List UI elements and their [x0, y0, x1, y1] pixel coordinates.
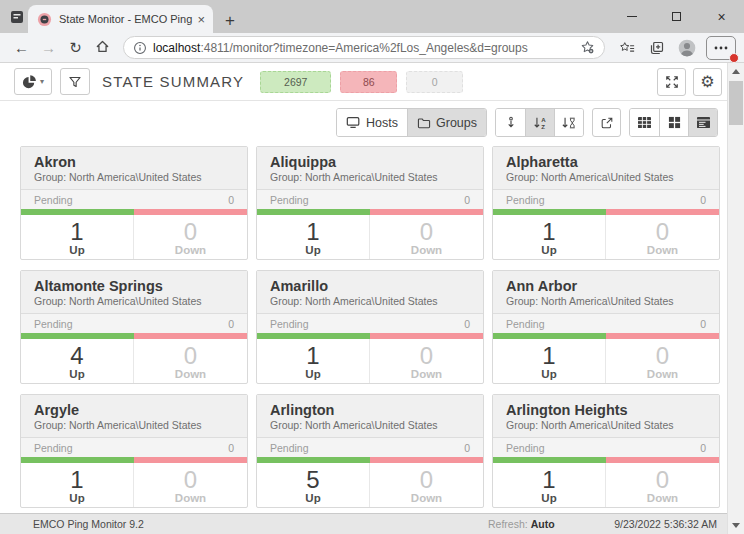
grid-view-button[interactable] [630, 109, 659, 136]
card-stats: 4 Up 0 Down [21, 339, 247, 383]
pending-row: Pending 0 [21, 313, 247, 333]
down-total-badge[interactable]: 86 [340, 71, 397, 93]
up-count: 1 [70, 467, 83, 492]
new-tab-button[interactable]: + [225, 14, 235, 28]
settings-button[interactable]: ⚙ [693, 68, 722, 96]
sort-by-time-button[interactable] [554, 109, 583, 136]
hosts-toggle-button[interactable]: Hosts [337, 109, 407, 136]
group-card[interactable]: Aliquippa Group: North America\United St… [256, 146, 484, 260]
open-in-new-button[interactable] [592, 108, 621, 137]
maximize-button[interactable] [654, 0, 699, 33]
group-card[interactable]: Akron Group: North America\United States… [20, 146, 248, 260]
group-path: Group: North America\United States [34, 419, 234, 431]
close-button[interactable]: × [699, 0, 744, 33]
sort-name-icon: AZ [532, 116, 548, 130]
sort-by-state-button[interactable] [496, 109, 525, 136]
pending-row: Pending 0 [21, 189, 247, 209]
address-bar[interactable]: localhost:4811/monitor?timezone=America%… [123, 36, 605, 59]
pending-count: 0 [464, 194, 470, 206]
up-count: 1 [542, 467, 555, 492]
up-stat: 1 Up [493, 339, 606, 383]
pending-count: 0 [228, 194, 234, 206]
up-stat: 1 Up [257, 339, 370, 383]
detail-view-button[interactable] [688, 109, 717, 136]
filter-button[interactable] [60, 68, 90, 95]
group-card[interactable]: Arlington Group: North America\United St… [256, 394, 484, 508]
group-card[interactable]: Altamonte Springs Group: North America\U… [20, 270, 248, 384]
down-label: Down [175, 244, 206, 256]
site-info-icon[interactable] [133, 41, 147, 55]
tab-title: State Monitor - EMCO Ping Mon [59, 13, 194, 25]
card-header: Akron Group: North America\United States [21, 147, 247, 189]
home-button[interactable] [89, 39, 116, 57]
group-card[interactable]: Ann Arbor Group: North America\United St… [492, 270, 720, 384]
fullscreen-button[interactable] [657, 68, 686, 96]
gear-icon: ⚙ [700, 72, 714, 91]
card-stats: 1 Up 0 Down [493, 215, 719, 259]
ping-monitor-app: ▾ STATE SUMMARY 2697 86 0 ⚙ [0, 63, 727, 534]
refresh-button[interactable]: ↻ [62, 39, 89, 57]
up-label: Up [541, 492, 556, 504]
pending-label: Pending [270, 194, 309, 206]
update-badge [729, 53, 739, 63]
group-name: Amarillo [270, 278, 470, 294]
down-label: Down [647, 368, 678, 380]
pending-label: Pending [506, 442, 545, 454]
up-count: 1 [70, 219, 83, 244]
group-path: Group: North America\United States [270, 171, 470, 183]
sort-state-icon [504, 116, 518, 130]
pending-label: Pending [270, 318, 309, 330]
pending-label: Pending [34, 442, 73, 454]
pending-row: Pending 0 [257, 313, 483, 333]
up-count: 1 [306, 343, 319, 368]
up-label: Up [305, 244, 320, 256]
browser-menu-button[interactable] [706, 36, 736, 60]
blocks-view-button[interactable] [659, 109, 688, 136]
down-label: Down [175, 368, 206, 380]
card-stats: 1 Up 0 Down [257, 339, 483, 383]
window-controls: × [609, 0, 744, 33]
up-total-badge[interactable]: 2697 [260, 71, 331, 93]
group-name: Argyle [34, 402, 234, 418]
groups-toggle-button[interactable]: Groups [407, 109, 486, 136]
profile-avatar[interactable] [672, 38, 702, 58]
browser-titlebar: State Monitor - EMCO Ping Mon × + × [0, 0, 744, 33]
scrollbar-thumb[interactable] [729, 81, 743, 125]
group-path: Group: North America\United States [506, 295, 706, 307]
group-card[interactable]: Amarillo Group: North America\United Sta… [256, 270, 484, 384]
minimize-button[interactable] [609, 0, 654, 33]
group-card[interactable]: Arlington Heights Group: North America\U… [492, 394, 720, 508]
group-card[interactable]: Argyle Group: North America\United State… [20, 394, 248, 508]
group-path: Group: North America\United States [34, 171, 234, 183]
pending-label: Pending [34, 318, 73, 330]
browser-tab[interactable]: State Monitor - EMCO Ping Mon × [28, 5, 213, 33]
svg-text:A: A [541, 116, 546, 123]
up-count: 4 [70, 343, 83, 368]
main-content: Hosts Groups AZ [0, 101, 727, 513]
down-label: Down [647, 492, 678, 504]
vertical-scrollbar[interactable] [727, 63, 744, 534]
group-card[interactable]: Alpharetta Group: North America\United S… [492, 146, 720, 260]
tab-actions-menu-icon[interactable] [8, 8, 26, 26]
scroll-up-button[interactable] [728, 63, 744, 80]
down-count: 0 [420, 343, 433, 368]
triangle-down-icon [732, 523, 740, 528]
collections-icon[interactable] [642, 40, 672, 56]
forward-button[interactable]: → [35, 39, 62, 56]
scroll-down-button[interactable] [728, 517, 744, 534]
down-stat: 0 Down [606, 463, 719, 507]
pending-row: Pending 0 [257, 437, 483, 457]
favorites-icon[interactable] [612, 40, 642, 56]
site-permissions-icon[interactable] [580, 40, 595, 55]
back-button[interactable]: ← [8, 39, 35, 56]
fullscreen-icon [665, 75, 679, 89]
group-path: Group: North America\United States [270, 419, 470, 431]
pending-total-badge[interactable]: 0 [406, 71, 463, 93]
chart-menu-button[interactable]: ▾ [14, 68, 52, 95]
sort-by-name-button[interactable]: AZ [525, 109, 554, 136]
pending-row: Pending 0 [257, 189, 483, 209]
chevron-down-icon: ▾ [40, 77, 44, 86]
pending-count: 0 [464, 318, 470, 330]
tab-close-icon[interactable]: × [194, 12, 208, 27]
card-stats: 1 Up 0 Down [493, 339, 719, 383]
